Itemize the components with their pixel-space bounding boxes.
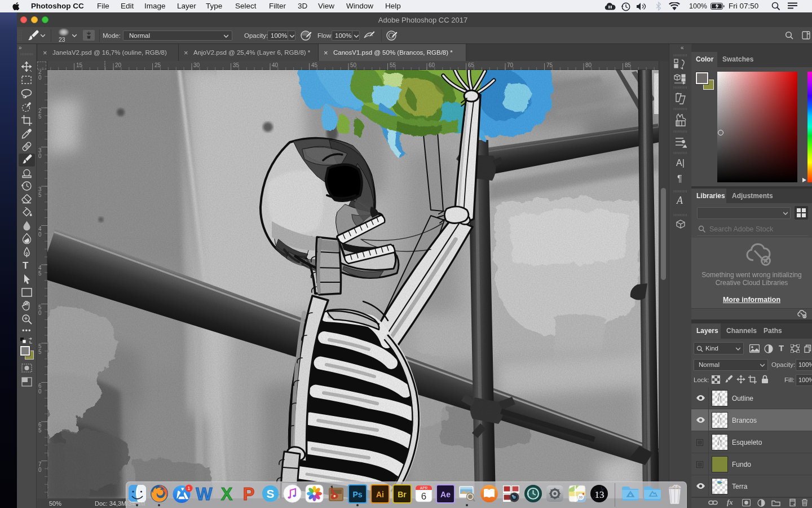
- svg-text:Br: Br: [398, 490, 407, 499]
- svg-text:0: 0: [38, 467, 42, 473]
- svg-text:APR: APR: [420, 486, 428, 490]
- svg-text:85: 85: [625, 62, 632, 68]
- svg-text:Ae: Ae: [440, 490, 451, 499]
- svg-text:0: 0: [38, 388, 42, 395]
- svg-text:35: 35: [233, 62, 240, 68]
- svg-text:5: 5: [38, 349, 42, 355]
- svg-text:50: 50: [350, 62, 357, 68]
- svg-text:55: 55: [390, 62, 396, 68]
- svg-text:3D: 3D: [579, 496, 582, 499]
- svg-text:5: 5: [38, 427, 42, 433]
- svg-text:5: 5: [38, 192, 42, 198]
- svg-text:0: 0: [38, 231, 42, 238]
- svg-text:5: 5: [38, 113, 42, 120]
- svg-text:0: 0: [38, 310, 42, 316]
- svg-text:1: 1: [187, 485, 190, 491]
- svg-text:75: 75: [546, 62, 553, 68]
- svg-text:45: 45: [311, 62, 318, 68]
- svg-text:13: 13: [595, 489, 604, 500]
- svg-text:0: 0: [38, 153, 42, 159]
- svg-text:15: 15: [76, 62, 83, 68]
- svg-text:P: P: [243, 484, 255, 503]
- svg-text:65: 65: [468, 62, 475, 68]
- svg-text:30: 30: [193, 62, 200, 68]
- svg-text:60: 60: [429, 62, 435, 68]
- svg-text:70: 70: [507, 62, 514, 68]
- svg-text:25: 25: [155, 62, 161, 68]
- svg-text:W: W: [196, 484, 213, 503]
- svg-text:S: S: [266, 487, 274, 500]
- svg-text:80: 80: [585, 62, 592, 68]
- svg-text:20: 20: [115, 62, 122, 68]
- svg-text:X: X: [221, 484, 233, 503]
- svg-text:Ps: Ps: [352, 490, 362, 499]
- svg-text:6: 6: [421, 491, 426, 502]
- svg-text:5: 5: [38, 270, 42, 277]
- svg-text:0: 0: [38, 75, 42, 81]
- svg-text:40: 40: [272, 62, 279, 68]
- svg-text:Ai: Ai: [376, 490, 384, 499]
